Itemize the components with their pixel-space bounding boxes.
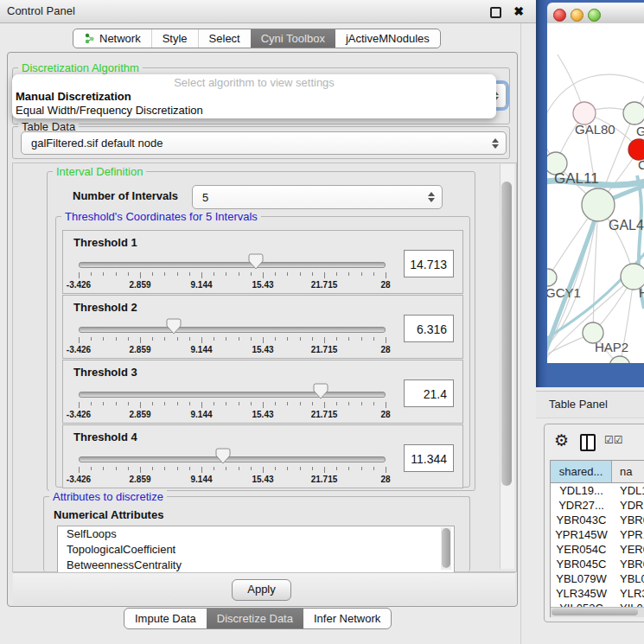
attribute-list-item[interactable]: SelfLoops (58, 526, 454, 542)
attribute-list-item[interactable]: TopologicalCoefficient (58, 542, 454, 558)
threshold-value-field[interactable]: 14.713 (404, 250, 454, 277)
threshold-slider[interactable] (79, 385, 386, 402)
select-columns-checkboxes-icon[interactable]: ☑☑ (604, 434, 623, 446)
dropdown-option-equal-width[interactable]: Equal Width/Frequency Discretization (16, 104, 203, 117)
attributes-scrollbar-thumb[interactable] (442, 528, 450, 568)
node-table: shared... na YDL19...YDL1YDR27...YDR2YBR… (550, 460, 644, 617)
threshold-value-field[interactable]: 11.344 (404, 444, 454, 472)
close-icon[interactable]: ✖ (513, 0, 524, 22)
cell-name[interactable]: YPR1 (612, 527, 644, 542)
label-c: C (638, 157, 644, 172)
network-window-titlebar[interactable] (547, 3, 644, 24)
tab-label: Cyni Toolbox (261, 29, 325, 48)
network-icon (84, 33, 95, 44)
table-row[interactable]: YLR345WYLR3 (551, 586, 644, 601)
table-horizontal-scrollbar[interactable] (551, 607, 644, 617)
slider-thumb[interactable] (215, 448, 231, 464)
tab-discretize-data[interactable]: Discretize Data (207, 609, 303, 628)
slider-track[interactable] (79, 327, 386, 333)
cell-shared-name[interactable]: YBR043C (551, 513, 612, 527)
slider-thumb[interactable] (248, 253, 264, 270)
table-row[interactable]: YBR043CYBR0 (551, 513, 644, 527)
tick-label: -3.426 (67, 410, 91, 419)
close-traffic-light-icon[interactable] (553, 9, 566, 22)
thresholds-group-label: Threshold's Coordinates for 5 Intervals (61, 210, 261, 223)
table-panel-toolbar: ⚙ ☑☑ (544, 425, 644, 458)
tab-style[interactable]: Style (151, 29, 198, 48)
node-bottom[interactable] (609, 356, 630, 363)
cell-shared-name[interactable]: YLR345W (551, 586, 612, 601)
attributes-list-scrollbar[interactable] (441, 527, 451, 570)
panel-scrollbar-thumb[interactable] (501, 182, 512, 486)
number-of-intervals-combobox[interactable]: 5 (192, 185, 443, 209)
table-row[interactable]: YER054CYER0 (551, 542, 644, 557)
tab-label: Infer Network (314, 609, 380, 628)
threshold-slider[interactable] (79, 255, 386, 272)
column-header-name[interactable]: na (612, 461, 644, 483)
zoom-traffic-light-icon[interactable] (588, 9, 601, 22)
tab-select[interactable]: Select (198, 29, 251, 48)
slider-track[interactable] (79, 456, 386, 462)
column-header-shared-name[interactable]: shared... (551, 461, 612, 483)
network-view-canvas[interactable]: GAL80 G GAL11 GAL4 GCY1 H HAP2 C (547, 23, 644, 363)
tab-network[interactable]: Network (73, 29, 151, 48)
cell-name[interactable]: YER0 (612, 542, 644, 557)
table-scrollbar-thumb[interactable] (552, 609, 638, 615)
tab-cyni-toolbox[interactable]: Cyni Toolbox (251, 29, 335, 48)
cell-name[interactable]: YLR3 (612, 586, 644, 601)
node-gcy1[interactable] (547, 269, 557, 286)
tab-jactivemnodules[interactable]: jActiveMNodules (335, 29, 440, 48)
threshold-slider[interactable] (79, 450, 386, 467)
number-of-intervals-label: Number of Intervals (73, 185, 178, 207)
cell-shared-name[interactable]: YER054C (551, 542, 612, 557)
cell-name[interactable]: YBR0 (612, 557, 644, 571)
tick-label: 15.43 (252, 345, 273, 354)
dropdown-option-manual-discretization[interactable]: Manual Discretization (16, 90, 131, 103)
table-data-combobox[interactable]: galFiltered.sif default node (21, 131, 507, 155)
network-nodes[interactable] (547, 102, 644, 363)
cell-name[interactable]: YDL1 (612, 483, 644, 498)
table-row[interactable]: YPR145WYPR1 (551, 527, 644, 542)
slider-thumb[interactable] (313, 383, 328, 399)
threshold-value-field[interactable]: 21.4 (404, 379, 454, 407)
threshold-slider[interactable] (79, 320, 386, 337)
gear-icon[interactable]: ⚙ (554, 429, 569, 453)
table-row[interactable]: YDR27...YDR2 (551, 498, 644, 513)
cell-shared-name[interactable]: YDL19... (551, 483, 612, 498)
columns-icon[interactable] (580, 434, 596, 451)
dropdown-placeholder-item[interactable]: Select algorithm to view settings (12, 76, 496, 89)
threshold-label: Threshold 2 (73, 301, 137, 314)
cell-shared-name[interactable]: YBR045C (551, 557, 612, 571)
tab-impute-data[interactable]: Impute Data (124, 609, 207, 628)
slider-track[interactable] (79, 392, 386, 398)
table-row[interactable]: YDL19...YDL1 (551, 483, 644, 498)
cell-shared-name[interactable]: YBL079W (551, 571, 612, 586)
attribute-list-item[interactable]: BetweennessCentrality (58, 558, 454, 573)
threshold-4-panel: Threshold 4 -3.4262.8599.14415.4321.7152… (62, 424, 463, 488)
node-top-right[interactable] (623, 102, 644, 124)
cell-name[interactable]: YBR0 (612, 513, 644, 527)
table-panel-title: Table Panel (549, 392, 608, 418)
threshold-value-field[interactable]: 6.316 (404, 315, 454, 342)
cell-shared-name[interactable]: YDR27... (551, 498, 612, 513)
table-row[interactable]: YBR045CYBR0 (551, 557, 644, 571)
cell-name[interactable]: YBL0 (612, 571, 644, 586)
tab-label: Style (163, 29, 188, 48)
apply-button[interactable]: Apply (232, 579, 291, 601)
tick-label: 9.144 (190, 410, 212, 419)
algorithm-dropdown-popup: Select algorithm to view settings Manual… (12, 74, 496, 118)
label-g: G (636, 124, 644, 138)
node-gal4[interactable] (582, 188, 615, 221)
minimize-traffic-light-icon[interactable] (571, 9, 583, 22)
tab-infer-network[interactable]: Infer Network (303, 609, 391, 628)
float-window-icon[interactable] (490, 7, 501, 18)
tab-label: Select (209, 29, 240, 48)
control-panel-titlebar: Control Panel ✖ (0, 0, 536, 23)
cell-name[interactable]: YDR2 (612, 498, 644, 513)
cell-shared-name[interactable]: YPR145W (551, 527, 612, 542)
table-row[interactable]: YBL079WYBL0 (551, 571, 644, 586)
slider-track[interactable] (79, 262, 386, 268)
slider-thumb[interactable] (166, 318, 182, 335)
tick-label: 28 (380, 475, 390, 484)
table-rows: YDL19...YDL1YDR27...YDR2YBR043CYBR0YPR14… (551, 483, 644, 608)
